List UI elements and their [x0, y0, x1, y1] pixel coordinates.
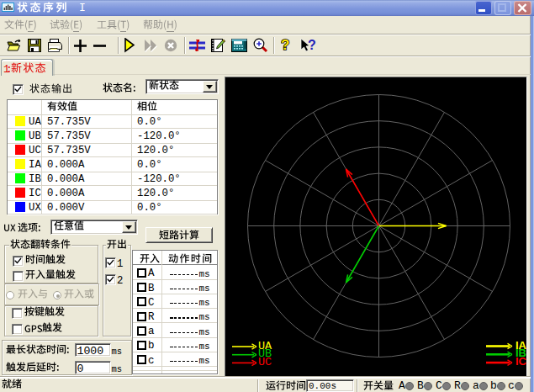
svg-text:?: ?: [308, 38, 316, 52]
svg-text:?: ?: [281, 38, 289, 53]
